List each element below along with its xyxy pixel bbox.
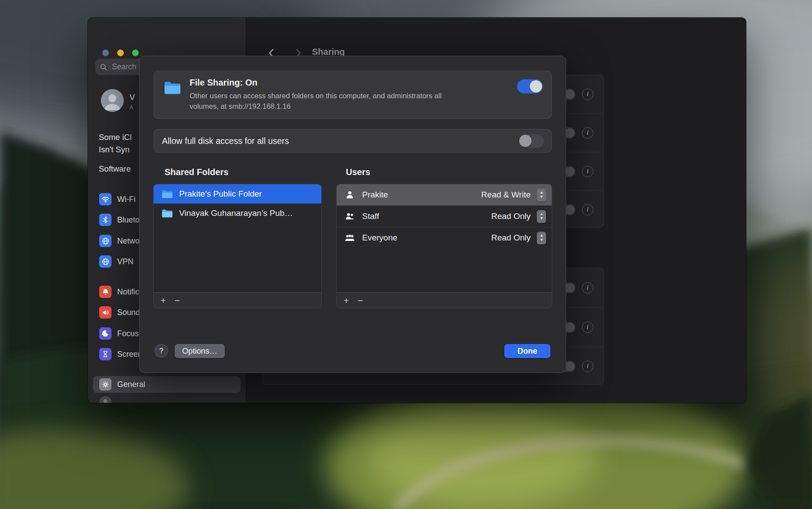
done-button[interactable]: Done — [504, 344, 550, 358]
avatar[interactable] — [101, 89, 124, 112]
account-subtitle: A — [129, 104, 133, 111]
shared-folder-name: Prakite’s Public Folder — [179, 189, 262, 199]
sidebar-item-label: VPN — [117, 257, 133, 266]
stepper-down-icon: ▼ — [539, 195, 544, 199]
person-circle-icon — [99, 396, 111, 403]
sidebar-item-sound[interactable]: Sound — [99, 305, 140, 320]
folder-icon — [164, 81, 181, 97]
permission-stepper[interactable]: ▲ ▼ — [537, 189, 546, 201]
users-list: Prakite Read & Write ▲ ▼ Staff Read Only… — [336, 184, 552, 308]
folder-icon — [162, 209, 173, 218]
user-name: Everyone — [362, 233, 397, 243]
options-button[interactable]: Options… — [175, 344, 225, 358]
sidebar-alert-line3[interactable]: Software — [99, 164, 131, 174]
hourglass-icon — [99, 348, 111, 360]
user-row[interactable]: Staff Read Only ▲ ▼ — [337, 205, 552, 227]
info-icon[interactable]: i — [582, 204, 593, 215]
add-folder-button[interactable]: + — [156, 293, 170, 308]
sidebar-item-vpn[interactable]: VPN — [99, 254, 133, 269]
info-icon[interactable]: i — [582, 361, 593, 372]
file-sharing-description-line1: Other users can access shared folders on… — [190, 92, 442, 100]
toggle-knob — [519, 135, 532, 147]
file-sharing-title: File Sharing: On — [190, 78, 257, 88]
sidebar-item-partial[interactable] — [99, 396, 111, 403]
permission-stepper[interactable]: ▲ ▼ — [537, 232, 546, 244]
users-list-footer: + − — [337, 292, 552, 308]
permission-stepper[interactable]: ▲ ▼ — [537, 210, 546, 223]
file-sharing-sheet: File Sharing: On Other users can access … — [139, 56, 566, 373]
file-sharing-panel: File Sharing: On Other users can access … — [154, 71, 552, 119]
sidebar-item-label: Wi-Fi — [117, 195, 136, 204]
shared-folders-list: Prakite’s Public Folder Vinayak Guhanara… — [153, 184, 322, 308]
file-sharing-description-line2: volumes, at smb://192.168.1.16 — [190, 102, 291, 111]
stepper-up-icon: ▲ — [539, 191, 544, 194]
sidebar-alert-line2[interactable]: Isn't Syn — [99, 145, 129, 154]
help-button[interactable]: ? — [154, 344, 168, 358]
user-row[interactable]: Everyone Read Only ▲ ▼ — [337, 227, 552, 248]
shared-folder-row[interactable]: Prakite’s Public Folder — [154, 184, 321, 204]
stepper-down-icon: ▼ — [539, 238, 544, 242]
speaker-icon — [99, 306, 111, 319]
add-user-button[interactable]: + — [339, 293, 353, 308]
sidebar-item-label: Focus — [117, 329, 139, 338]
full-disk-access-label: Allow full disk access for all users — [162, 136, 289, 146]
info-icon[interactable]: i — [582, 127, 593, 139]
sidebar-alert-line1[interactable]: Some iCl — [99, 133, 132, 142]
shared-folder-name: Vinayak Guhanarayan’s Pub… — [179, 208, 293, 218]
user-row[interactable]: Prakite Read & Write ▲ ▼ — [337, 184, 552, 205]
user-permission: Read Only — [491, 233, 531, 243]
account-name[interactable]: V — [129, 93, 135, 102]
user-permission: Read & Write — [481, 190, 531, 200]
info-icon[interactable]: i — [582, 166, 593, 177]
sidebar-item-general[interactable]: General — [99, 377, 145, 392]
user-name: Staff — [362, 211, 379, 221]
shared-folders-list-footer: + − — [154, 292, 321, 308]
zoom-button[interactable] — [132, 50, 139, 56]
toggle-knob — [530, 80, 542, 93]
info-icon[interactable]: i — [582, 322, 593, 333]
folder-icon — [162, 190, 173, 199]
user-permission: Read Only — [491, 211, 531, 221]
shared-folders-header: Shared Folders — [165, 167, 229, 177]
vpn-globe-icon — [99, 255, 111, 268]
info-icon[interactable]: i — [582, 282, 593, 294]
sidebar-item-wifi[interactable]: Wi-Fi — [99, 192, 136, 207]
stepper-up-icon: ▲ — [539, 212, 544, 216]
info-icon[interactable]: i — [582, 89, 593, 100]
search-icon — [100, 63, 108, 71]
users-header: Users — [346, 167, 370, 177]
sidebar-item-label: Sound — [117, 308, 140, 317]
desktop: V A Some iCl Isn't Syn Software Wi-Fi — [0, 0, 812, 509]
sidebar-item-label: General — [117, 380, 145, 389]
moon-icon — [99, 327, 111, 340]
two-person-icon — [343, 211, 356, 222]
three-person-icon — [343, 233, 356, 243]
single-person-icon — [343, 190, 356, 200]
stepper-down-icon: ▼ — [539, 217, 544, 220]
wifi-icon — [99, 193, 111, 205]
bell-icon — [99, 286, 111, 298]
minimize-button[interactable] — [117, 50, 124, 56]
remove-user-button[interactable]: − — [353, 293, 367, 308]
person-icon — [101, 89, 124, 112]
bluetooth-icon — [99, 214, 111, 226]
gear-icon — [99, 378, 111, 391]
full-disk-access-toggle[interactable] — [518, 134, 544, 148]
remove-folder-button[interactable]: − — [170, 293, 184, 308]
globe-icon — [99, 235, 111, 247]
stepper-up-icon: ▲ — [539, 234, 544, 237]
file-sharing-toggle[interactable] — [517, 79, 543, 93]
full-disk-access-panel: Allow full disk access for all users — [154, 129, 552, 153]
shared-folder-row[interactable]: Vinayak Guhanarayan’s Pub… — [154, 204, 321, 223]
close-button[interactable] — [102, 50, 109, 56]
user-name: Prakite — [362, 190, 388, 200]
sidebar-item-focus[interactable]: Focus — [99, 326, 139, 341]
